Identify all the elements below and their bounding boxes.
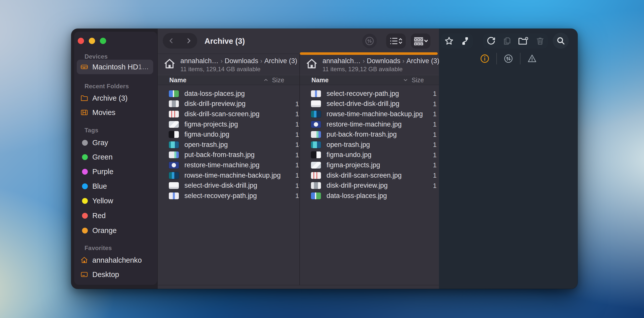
file-thumbnail-icon — [169, 162, 179, 169]
right-pane: annahalch…›Downloads›Archive (3) 11 item… — [300, 54, 439, 285]
transfer-sort-button[interactable] — [362, 34, 377, 48]
inspector-panel — [439, 29, 578, 289]
sidebar-section-favorites: Favorites — [85, 245, 112, 252]
file-row[interactable]: select-recovery-path.jpg15 — [158, 191, 299, 201]
file-row[interactable]: restore-time-machine.jpg17 — [158, 160, 299, 170]
sidebar-item-tag-purple[interactable]: Purple — [77, 164, 153, 179]
file-row[interactable]: disk-drill-scan-screen.jpg1 — [300, 170, 439, 181]
sidebar-item-annahalchenko[interactable]: annahalchenko — [77, 253, 153, 267]
home-breadcrumb-icon[interactable] — [305, 58, 318, 70]
sidebar-item-desktop[interactable]: Desktop — [77, 267, 153, 282]
file-row[interactable]: select-drive-disk-drill.jpg1 — [300, 99, 439, 109]
yellow-tag-dot-icon — [80, 197, 88, 205]
list-view-button[interactable] — [386, 33, 406, 49]
device-size-detail: 1… — [138, 63, 149, 71]
file-row[interactable]: select-recovery-path.jpg1 — [300, 89, 439, 99]
new-folder-icon[interactable] — [518, 36, 529, 46]
sidebar-item-tag-yellow[interactable]: Yellow — [77, 193, 153, 208]
zoom-window-button[interactable] — [100, 38, 106, 44]
file-manager-window: Devices Macintosh HD 1… Recent Folders A… — [71, 29, 578, 289]
close-window-button[interactable] — [78, 38, 84, 44]
trash-icon[interactable] — [535, 36, 545, 46]
file-row[interactable]: put-back-from-trash.jpg1 — [300, 129, 439, 140]
file-row[interactable]: figma-projects.jpg19 — [158, 119, 299, 130]
file-row[interactable]: figma-undo.jpg19 — [158, 129, 299, 140]
file-thumbnail-icon — [311, 141, 321, 148]
file-thumbnail-icon — [169, 121, 179, 128]
warning-icon[interactable] — [527, 54, 537, 64]
search-icon — [556, 36, 566, 46]
drive-icon — [80, 63, 88, 71]
home-icon — [80, 256, 88, 264]
file-thumbnail-icon — [311, 162, 321, 169]
favorite-star-icon[interactable] — [444, 36, 454, 46]
file-row[interactable]: disk-drill-scan-screen.jpg13 — [158, 109, 299, 119]
sidebar-item-archive-3[interactable]: Archive (3) — [77, 91, 153, 105]
breadcrumb-segment[interactable]: Archive (3) — [264, 57, 297, 65]
file-row[interactable]: data-loss-places.jpg — [300, 191, 439, 201]
red-tag-dot-icon — [80, 212, 88, 220]
sidebar-item-tag-orange[interactable]: Orange — [77, 223, 153, 238]
breadcrumb-segment[interactable]: Downloads — [225, 57, 258, 65]
file-thumbnail-icon — [311, 100, 321, 107]
file-thumbnail-icon — [169, 131, 179, 138]
file-thumbnail-icon — [311, 182, 321, 189]
forward-button[interactable] — [185, 37, 192, 45]
copy-icon[interactable] — [502, 36, 512, 46]
column-header-size[interactable]: Size — [272, 76, 284, 84]
file-thumbnail-icon — [169, 172, 179, 179]
orange-tag-dot-icon — [80, 226, 88, 234]
home-breadcrumb-icon[interactable] — [163, 58, 176, 70]
breadcrumb-segment[interactable]: Downloads — [367, 57, 400, 65]
file-row[interactable]: open-trash.jpg1 — [300, 140, 439, 150]
left-pane: annahalch…›Downloads›Archive (3) 11 item… — [158, 54, 300, 285]
file-row[interactable]: rowse-time-machine-backup.jpg1 — [300, 109, 439, 119]
green-tag-dot-icon — [80, 153, 88, 161]
info-icon[interactable] — [480, 54, 490, 64]
window-title: Archive (3) — [205, 29, 245, 54]
file-thumbnail-icon — [169, 182, 179, 189]
breadcrumb-segment[interactable]: annahalch… — [323, 57, 361, 65]
file-row[interactable]: put-back-from-trash.jpg1 — [158, 150, 299, 160]
grid-view-button[interactable] — [411, 33, 430, 49]
refresh-icon[interactable] — [486, 36, 496, 46]
connection-path-icon[interactable] — [460, 36, 470, 46]
sidebar-item-tag-red[interactable]: Red — [77, 208, 153, 223]
sidebar-section-devices: Devices — [85, 53, 108, 60]
file-thumbnail-icon — [311, 192, 321, 199]
blue-tag-dot-icon — [80, 182, 88, 190]
column-header-name[interactable]: Name — [169, 76, 186, 84]
file-row[interactable]: data-loss-places.jpg — [158, 89, 299, 99]
file-thumbnail-icon — [169, 111, 179, 117]
breadcrumb-segment[interactable]: annahalch… — [180, 57, 219, 65]
sidebar-section-tags: Tags — [85, 127, 98, 134]
sidebar: Devices Macintosh HD 1… Recent Folders A… — [74, 32, 157, 285]
sidebar-item-tag-green[interactable]: Green — [77, 150, 153, 164]
file-thumbnail-icon — [311, 121, 321, 128]
sidebar-item-tag-blue[interactable]: Blue — [77, 179, 153, 193]
file-thumbnail-icon — [311, 90, 321, 97]
file-row[interactable]: open-trash.jpg14 — [158, 140, 299, 150]
minimize-window-button[interactable] — [89, 38, 95, 44]
inspector-divider — [496, 53, 497, 64]
grid-view-icon — [414, 36, 428, 46]
file-row[interactable]: select-drive-disk-drill.jpg19 — [158, 180, 299, 191]
file-row[interactable]: restore-time-machine.jpg1 — [300, 119, 439, 130]
file-thumbnail-icon — [311, 151, 321, 158]
breadcrumb-segment[interactable]: Archive (3) — [407, 57, 439, 65]
column-header-size[interactable]: Size — [412, 76, 424, 84]
column-header-name[interactable]: Name — [311, 76, 329, 84]
file-row[interactable]: disk-drill-preview.jpg17 — [158, 99, 299, 109]
sidebar-item-macintosh-hd[interactable]: Macintosh HD 1… — [77, 60, 153, 74]
sidebar-section-recent-folders: Recent Folders — [85, 83, 129, 90]
file-row[interactable]: figma-projects.jpg1 — [300, 160, 439, 170]
search-button[interactable] — [553, 33, 569, 49]
sidebar-item-movies[interactable]: Movies — [77, 105, 153, 120]
navigation-buttons — [163, 33, 197, 49]
back-button[interactable] — [168, 37, 175, 45]
file-row[interactable]: figma-undo.jpg1 — [300, 150, 439, 160]
file-row[interactable]: disk-drill-preview.jpg1 — [300, 180, 439, 191]
transfers-icon[interactable] — [503, 54, 513, 64]
file-row[interactable]: rowse-time-machine-backup.jpg1 — [158, 170, 299, 181]
sidebar-item-tag-gray[interactable]: Gray — [77, 135, 153, 150]
